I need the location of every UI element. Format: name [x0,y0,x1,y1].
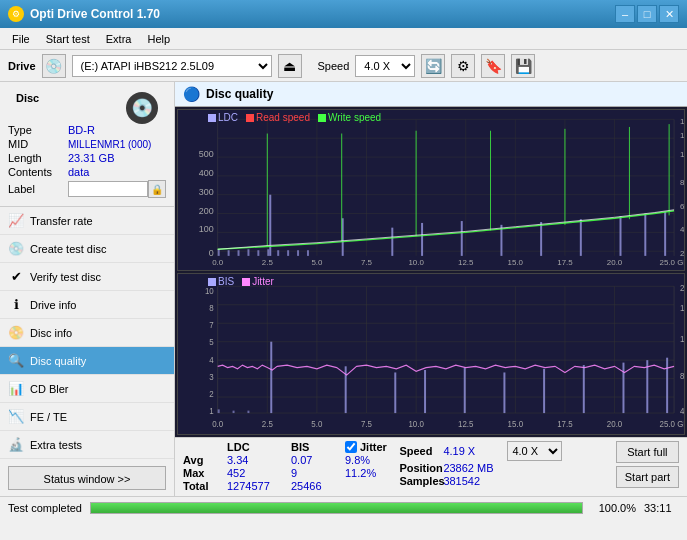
time-text: 33:11 [644,502,679,514]
svg-text:300: 300 [199,187,214,197]
svg-text:10 X: 10 X [680,150,684,159]
total-label: Total [183,480,223,492]
type-value: BD-R [68,124,95,136]
legend-read-speed: Read speed [246,112,310,123]
sidebar-label-drive-info: Drive info [30,299,76,311]
length-value: 23.31 GB [68,152,114,164]
svg-rect-118 [424,370,426,413]
svg-text:12%: 12% [680,333,684,344]
svg-rect-54 [391,228,393,256]
speed-stat-value: 4.19 X [443,445,503,457]
lower-chart: BIS Jitter [177,273,685,435]
legend-jitter: Jitter [242,276,274,287]
start-part-button[interactable]: Start part [616,466,679,488]
svg-text:20.0: 20.0 [607,258,622,267]
svg-text:16%: 16% [680,302,684,313]
jitter-checkbox[interactable] [345,441,357,453]
sidebar-item-extra-tests[interactable]: 🔬 Extra tests [0,431,174,459]
legend-ldc-dot [208,114,216,122]
svg-rect-61 [644,214,646,256]
svg-rect-122 [583,365,585,413]
sidebar-item-create-test-disc[interactable]: 💿 Create test disc [0,235,174,263]
svg-rect-47 [267,249,269,256]
maximize-button[interactable]: □ [637,5,657,23]
content-header-icon: 🔵 [183,86,200,102]
svg-text:5.0: 5.0 [311,258,322,267]
eject-icon[interactable]: ⏏ [278,54,302,78]
svg-text:500: 500 [199,149,214,159]
app-icon: ⚙ [8,6,24,22]
svg-text:0.0: 0.0 [212,418,223,429]
label-icon[interactable]: 🔒 [148,180,166,198]
avg-jitter: 9.8% [345,454,395,466]
content-header: 🔵 Disc quality [175,82,687,107]
refresh-icon[interactable]: 🔄 [421,54,445,78]
disc-graphic: 💿 [126,92,158,124]
sidebar-label-create-test-disc: Create test disc [30,243,106,255]
charts-area: LDC Read speed Write speed [175,107,687,437]
sidebar-item-cd-bler[interactable]: 📊 CD Bler [0,375,174,403]
statusbar: Test completed 100.0% 33:11 [0,496,687,518]
speed-stat-select[interactable]: 4.0 X [507,441,562,461]
titlebar: ⚙ Opti Drive Control 1.70 – □ ✕ [0,0,687,28]
content-header-title: Disc quality [206,87,273,101]
svg-rect-119 [464,368,466,414]
svg-text:100: 100 [199,225,214,235]
svg-rect-114 [247,411,249,413]
svg-text:17.5: 17.5 [557,258,572,267]
disc-label-input[interactable] [68,181,148,197]
save-icon[interactable]: 💾 [511,54,535,78]
verify-test-disc-icon: ✔ [8,269,24,285]
drive-select[interactable]: (E:) ATAPI iHBS212 2.5L09 [72,55,272,77]
svg-rect-124 [646,360,648,413]
svg-rect-52 [307,250,309,256]
status-window-button[interactable]: Status window >> [8,466,166,490]
bis-col-header: BIS [291,441,341,453]
sidebar-item-disc-quality[interactable]: 🔍 Disc quality [0,347,174,375]
legend-bis: BIS [208,276,234,287]
stats-bar: LDC BIS Jitter Avg 3.34 0.07 9.8% Max 45… [175,437,687,496]
status-text: Test completed [8,502,82,514]
avg-label: Avg [183,454,223,466]
menu-extra[interactable]: Extra [98,31,140,47]
stats-speed-section: Speed 4.19 X 4.0 X Position 23862 MB Sam… [399,441,615,488]
sidebar-label-fe-te: FE / TE [30,411,67,423]
minimize-button[interactable]: – [615,5,635,23]
svg-rect-112 [218,409,220,413]
svg-text:2.5: 2.5 [262,418,273,429]
sidebar-item-fe-te[interactable]: 📉 FE / TE [0,403,174,431]
avg-ldc: 3.34 [227,454,287,466]
disc-label-row: Label 🔒 [8,180,166,198]
start-full-button[interactable]: Start full [616,441,679,463]
legend-ldc: LDC [208,112,238,123]
close-button[interactable]: ✕ [659,5,679,23]
position-label: Position [399,462,439,474]
bookmark-icon[interactable]: 🔖 [481,54,505,78]
menu-help[interactable]: Help [139,31,178,47]
svg-text:18 X: 18 X [680,117,684,126]
drive-icon[interactable]: 💿 [42,54,66,78]
sidebar-item-transfer-rate[interactable]: 📈 Transfer rate [0,207,174,235]
svg-text:20%: 20% [680,282,684,293]
stats-total-row: Total 1274577 25466 [183,480,399,492]
contents-label: Contents [8,166,68,178]
svg-text:0.0: 0.0 [212,258,223,267]
settings-icon[interactable]: ⚙ [451,54,475,78]
speed-select[interactable]: 4.0 X [355,55,415,77]
sidebar-item-disc-info[interactable]: 📀 Disc info [0,319,174,347]
sidebar-item-drive-info[interactable]: ℹ Drive info [0,291,174,319]
menu-start-test[interactable]: Start test [38,31,98,47]
svg-text:0: 0 [209,248,214,258]
progress-bar-fill [91,503,582,513]
speed-label: Speed [318,60,350,72]
upper-chart-svg: 0 100 200 300 400 500 0.0 2.5 5.0 7.5 10… [178,110,684,270]
samples-row: Samples 381542 [399,475,615,487]
window-controls: – □ ✕ [615,5,679,23]
titlebar-left: ⚙ Opti Drive Control 1.70 [8,6,160,22]
sidebar-item-verify-test-disc[interactable]: ✔ Verify test disc [0,263,174,291]
menu-file[interactable]: File [4,31,38,47]
svg-text:25.0 GB: 25.0 GB [660,258,684,267]
disc-mid-row: MID MILLENMR1 (000) [8,138,166,150]
svg-text:6 X: 6 X [680,202,684,211]
fe-te-icon: 📉 [8,409,24,425]
